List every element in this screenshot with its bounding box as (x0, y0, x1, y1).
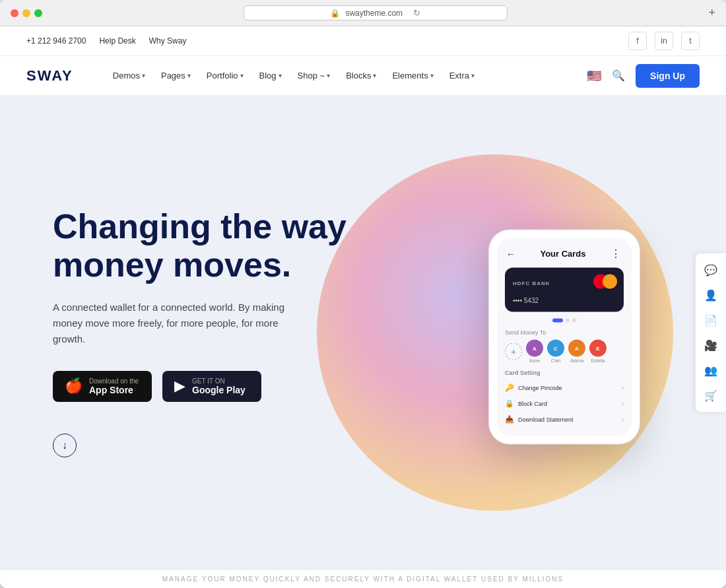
twitter-icon[interactable]: t (681, 32, 700, 50)
utility-bar: +1 212 946 2700 Help Desk Why Sway f in … (0, 26, 726, 56)
settings-items: 🔑 Change Pincode › 🔒 Block Card › 📥 Down… (505, 380, 624, 427)
nav-item-pages[interactable]: Pages▾ (154, 65, 197, 86)
nav-item-extra[interactable]: Extra▾ (443, 65, 481, 86)
linkedin-icon[interactable]: in (655, 32, 673, 50)
chat-icon[interactable]: 💬 (700, 259, 722, 281)
chevron-down-icon: ▾ (373, 72, 376, 79)
bottom-bar: MANAGE YOUR MONEY QUICKLY AND SECURELY W… (0, 570, 726, 588)
settings-item-icon: 📥 (505, 415, 514, 424)
document-icon[interactable]: 📄 (700, 309, 722, 331)
settings-chevron-icon: › (622, 384, 624, 391)
app-store-button[interactable]: 🍎 Download on the App Store (53, 371, 152, 402)
settings-item-left: 🔒 Block Card (505, 399, 547, 408)
help-desk-link[interactable]: Help Desk (99, 36, 135, 46)
users-icon[interactable]: 👥 (700, 359, 722, 381)
user-circle-icon[interactable]: 👤 (700, 284, 722, 306)
settings-item-icon: 🔒 (505, 399, 514, 408)
signup-button[interactable]: Sign Up (636, 64, 700, 88)
settings-item-text: Block Card (518, 400, 547, 407)
maximize-button[interactable] (34, 9, 42, 17)
mastercard-orange (603, 275, 617, 289)
settings-item[interactable]: 🔑 Change Pincode › (505, 380, 624, 396)
address-bar[interactable]: 🔒 swaytheme.com ↻ (244, 5, 508, 20)
chevron-down-icon: ▾ (279, 72, 282, 79)
website-content: +1 212 946 2700 Help Desk Why Sway f in … (0, 26, 726, 588)
google-play-icon: ▶ (174, 377, 185, 395)
cart-icon[interactable]: 🛒 (700, 384, 722, 407)
browser-window: 🔒 swaytheme.com ↻ + +1 212 946 2700 Help… (0, 0, 726, 588)
phone-outer: ← Your Cards ⋮ HDFC BANK •••• 5432 (488, 230, 640, 445)
settings-chevron-icon: › (622, 416, 624, 423)
chevron-down-icon: ▾ (327, 72, 330, 79)
refresh-icon[interactable]: ↻ (413, 8, 420, 18)
phone-number: +1 212 946 2700 (26, 36, 86, 46)
settings-item-text: Change Pincode (518, 384, 562, 391)
settings-item[interactable]: 🔒 Block Card › (505, 396, 624, 412)
google-play-line2: Google Play (192, 385, 246, 395)
google-play-line1: GET IT ON (192, 377, 246, 385)
screen-title: Your Cards (540, 249, 585, 259)
chevron-down-icon: ▾ (471, 72, 475, 79)
back-icon: ← (506, 248, 515, 259)
contact-avatar[interactable]: CClari (547, 340, 564, 363)
send-label: Send Money To (505, 329, 624, 336)
app-buttons: 🍎 Download on the App Store ▶ GET IT ON … (53, 371, 356, 402)
hero-section: Changing the way money moves. A connecte… (0, 96, 726, 570)
contacts-list: + AAnneCClariAAdenaEEstella (505, 340, 624, 363)
card-dot-1[interactable] (552, 319, 563, 323)
card-dot-2[interactable] (566, 319, 570, 323)
nav-item-shop-~[interactable]: Shop ~▾ (291, 65, 337, 86)
hero-subtitle: A connected wallet for a connected world… (53, 300, 304, 347)
add-contact-button[interactable]: + (505, 343, 522, 360)
language-flag[interactable]: 🇺🇸 (587, 69, 601, 83)
card-number: •••• 5432 (513, 297, 616, 304)
minimize-button[interactable] (22, 9, 30, 17)
bottom-bar-text: MANAGE YOUR MONEY QUICKLY AND SECURELY W… (162, 575, 564, 583)
scroll-down-button[interactable]: ↓ (53, 434, 77, 457)
right-sidebar: 💬👤📄🎥👥🛒 (696, 253, 726, 412)
new-tab-button[interactable]: + (708, 6, 715, 20)
nav-item-elements[interactable]: Elements▾ (385, 65, 440, 86)
contact-avatar[interactable]: AAnne (526, 340, 543, 363)
bank-name: HDFC BANK (513, 280, 550, 286)
google-play-button[interactable]: ▶ GET IT ON Google Play (162, 371, 261, 402)
contact-avatar[interactable]: AAdena (568, 340, 585, 363)
card-indicators (505, 319, 624, 323)
card-settings: Card Setting 🔑 Change Pincode › 🔒 Block … (505, 370, 624, 427)
nav-links: Demos▾Pages▾Portfolio▾Blog▾Shop ~▾Blocks… (106, 65, 587, 86)
settings-item-icon: 🔑 (505, 383, 514, 392)
contact-avatar[interactable]: EEstella (589, 340, 607, 363)
facebook-icon[interactable]: f (628, 32, 647, 50)
lock-icon: 🔒 (330, 9, 340, 18)
hero-title: Changing the way money moves. (53, 208, 356, 283)
settings-title: Card Setting (505, 370, 624, 376)
settings-item[interactable]: 📥 Download Statement › (505, 412, 624, 427)
app-store-line2: App Store (89, 385, 139, 395)
send-section: Send Money To + AAnneCClariAAdenaEEstell… (505, 329, 624, 363)
menu-dots-icon[interactable]: ⋮ (610, 247, 622, 260)
app-store-text: Download on the App Store (89, 377, 139, 395)
settings-item-text: Download Statement (518, 416, 574, 422)
nav-item-demos[interactable]: Demos▾ (106, 65, 152, 86)
why-sway-link[interactable]: Why Sway (149, 36, 187, 46)
video-icon[interactable]: 🎥 (700, 334, 722, 356)
chevron-down-icon: ▾ (240, 72, 244, 79)
phone-mockup: ← Your Cards ⋮ HDFC BANK •••• 5432 (488, 230, 640, 445)
chevron-down-icon: ▾ (142, 72, 145, 79)
logo[interactable]: SWAY (26, 67, 73, 84)
nav-item-blocks[interactable]: Blocks▾ (339, 65, 383, 86)
close-button[interactable] (11, 9, 18, 17)
search-icon[interactable]: 🔍 (612, 69, 625, 82)
google-play-text: GET IT ON Google Play (192, 377, 246, 395)
navigation: SWAY Demos▾Pages▾Portfolio▾Blog▾Shop ~▾B… (0, 56, 726, 96)
arrow-down-icon: ↓ (62, 440, 67, 451)
nav-item-portfolio[interactable]: Portfolio▾ (200, 65, 250, 86)
settings-item-left: 📥 Download Statement (505, 415, 574, 424)
chevron-down-icon: ▾ (430, 72, 434, 79)
card-display: HDFC BANK •••• 5432 (505, 268, 624, 312)
nav-actions: 🇺🇸 🔍 Sign Up (587, 64, 700, 88)
url-text: swaytheme.com (345, 9, 403, 18)
nav-item-blog[interactable]: Blog▾ (253, 65, 288, 86)
card-dot-3[interactable] (572, 319, 576, 323)
browser-chrome: 🔒 swaytheme.com ↻ + (0, 0, 726, 26)
